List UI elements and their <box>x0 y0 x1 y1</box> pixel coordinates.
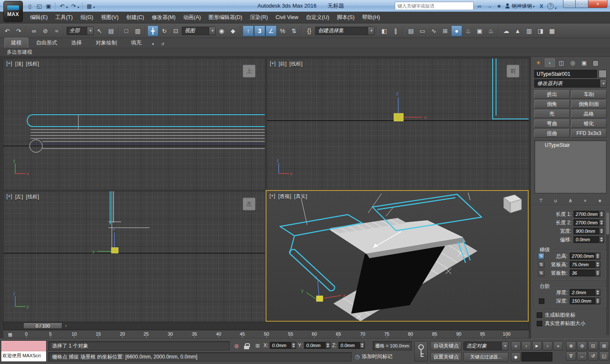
length1-field[interactable]: 2700.0mm <box>574 211 604 218</box>
spinner-icon[interactable] <box>595 298 600 304</box>
transform-gizmo[interactable]: x y z <box>301 275 346 301</box>
curve-editor-icon[interactable]: ∿ <box>428 25 439 36</box>
tab-display-icon[interactable]: ▣ <box>579 58 589 67</box>
absolute-mode-icon[interactable]: ⊞ <box>253 342 262 350</box>
width-field[interactable]: 900.0mm <box>574 228 604 234</box>
depth-checkbox[interactable] <box>539 298 544 304</box>
viewport-shading-button[interactable]: [真实] <box>294 193 307 200</box>
search-input[interactable] <box>397 3 471 8</box>
viewport-shading-button[interactable]: [线框] <box>26 193 39 201</box>
modifier-stack[interactable]: UTypeStair <box>534 140 607 193</box>
select-and-place-icon[interactable]: ↑ <box>243 25 254 36</box>
set-key-button[interactable]: 设置关键点 <box>430 352 462 361</box>
pin-stack-icon[interactable]: ⊤ <box>537 197 545 204</box>
key-mode-toggle-icon[interactable]: ◆ <box>511 352 521 361</box>
tab-modify-icon[interactable]: ◗ <box>545 58 555 67</box>
menu-scripting[interactable]: 脚本(S) <box>333 12 358 23</box>
spinner-icon[interactable] <box>599 228 604 234</box>
mini-curve-editor-icon[interactable]: ▦ <box>6 331 14 338</box>
render-setup-icon[interactable]: ♨ <box>463 25 474 36</box>
render-production-icon[interactable]: ♨ <box>485 25 496 36</box>
listener-macro-line[interactable] <box>1 341 46 351</box>
stack-item-utypestair[interactable]: UTypeStair <box>535 141 605 149</box>
selection-filter-dropdown[interactable]: 全部 ▾ <box>67 27 94 35</box>
scrollbar-thumb[interactable] <box>606 212 609 234</box>
use-pivot-center-icon[interactable]: ◉ <box>216 25 227 36</box>
spinner-icon[interactable] <box>599 237 604 243</box>
select-by-name-icon[interactable]: ▤ <box>105 25 116 36</box>
listener-script-line[interactable]: 欢迎使用 MAXScri <box>1 351 46 362</box>
modifier-bevel-button[interactable]: 倒角 <box>534 100 570 108</box>
menu-group[interactable]: 组(G) <box>77 12 97 23</box>
spinner-icon[interactable] <box>595 262 600 267</box>
modifier-lathe-button[interactable]: 车削 <box>571 90 607 99</box>
spinner-icon[interactable] <box>360 342 364 348</box>
modifier-bend-button[interactable]: 弯曲 <box>534 119 570 128</box>
previous-frame-icon[interactable]: ‹ <box>521 341 531 350</box>
next-frame-nub-icon[interactable]: › <box>63 323 69 329</box>
maximize-viewport-icon[interactable]: ◱ <box>599 351 609 361</box>
select-and-rotate-icon[interactable]: ↻ <box>159 25 170 36</box>
modifier-extrude-button[interactable]: 挤出 <box>534 90 570 99</box>
ribbon-cycle-icon[interactable]: ↺ <box>158 40 168 48</box>
chevron-down-icon[interactable]: ▾ <box>93 6 95 9</box>
viewport-pov-button[interactable]: [顶] <box>15 61 23 68</box>
spinner-icon[interactable] <box>325 342 330 348</box>
riser-height-field[interactable]: 75.0mm <box>570 261 600 268</box>
ribbon-tab-freeform[interactable]: 自由形式 <box>30 38 64 48</box>
next-frame-icon[interactable]: › <box>543 341 552 350</box>
ribbon-tab-modeling[interactable]: 建模 <box>4 38 28 48</box>
menu-views[interactable]: 视图(V) <box>97 12 122 23</box>
riser-lock-icon[interactable]: ⇅ <box>538 270 544 276</box>
length2-field[interactable]: 2700.0mm <box>574 219 604 226</box>
maxscript-mini-listener[interactable]: 欢迎使用 MAXScri <box>1 340 47 362</box>
select-and-scale-icon[interactable]: ⊡ <box>170 25 181 36</box>
ribbon-panel-strip[interactable]: 多边形建模 <box>0 48 610 57</box>
time-slider-handle[interactable]: 0 / 100 <box>23 323 62 329</box>
viewcube-3d[interactable] <box>504 195 521 213</box>
schematic-view-icon[interactable]: ⊞ <box>440 25 451 36</box>
y-field[interactable]: 0.0mm <box>304 342 330 349</box>
percent-snap-icon[interactable]: % <box>277 25 288 36</box>
tab-utilities-icon[interactable]: ▨ <box>591 58 601 67</box>
menu-graph-editors[interactable]: 图形编辑器(D) <box>205 12 246 23</box>
go-to-start-icon[interactable]: « <box>511 341 521 350</box>
ribbon-options-icon[interactable]: ▾ <box>149 40 157 48</box>
ribbon-toggle-icon[interactable]: ▭ <box>417 25 428 36</box>
save-file-icon[interactable]: ▣ <box>44 1 53 11</box>
minimize-button[interactable]: — <box>563 0 576 8</box>
viewport-top[interactable]: y x [+] [顶] [线框] 上 <box>3 58 265 190</box>
viewport-pov-button[interactable]: [透视] <box>278 193 291 200</box>
remove-modifier-icon[interactable]: × <box>581 197 589 204</box>
menu-modifiers[interactable]: 修改器(M) <box>148 12 179 23</box>
help-icon[interactable]: ? <box>547 3 554 9</box>
chevron-down-icon[interactable]: ▾ <box>555 6 557 10</box>
material-editor-icon[interactable]: ● <box>451 25 462 36</box>
object-name-field[interactable]: UTypeStair001 <box>534 70 597 78</box>
zoom-all-icon[interactable]: ⊚ <box>577 341 587 350</box>
current-frame-field[interactable] <box>521 352 552 361</box>
orbit-icon[interactable]: ↺ <box>588 351 598 361</box>
modifier-shell-button[interactable]: 壳 <box>534 110 570 118</box>
viewcube[interactable]: 上 <box>243 65 255 77</box>
unlink-selection-icon[interactable]: ⊘ <box>40 25 51 36</box>
configure-modifier-sets-icon[interactable]: ∗ <box>596 197 604 204</box>
transform-gizmo[interactable]: z y <box>92 226 118 254</box>
favorites-icon[interactable]: ★ <box>495 2 503 10</box>
modifier-lattice-button[interactable]: 晶格 <box>571 110 607 118</box>
ribbon-tab-populate[interactable]: 填充 <box>125 38 148 48</box>
sign-in-icon[interactable]: → <box>485 2 493 10</box>
ribbon-tab-object-paint[interactable]: 对象绘制 <box>89 38 123 48</box>
rendered-frame-window-icon[interactable]: ▣ <box>474 25 485 36</box>
viewport-menu-button[interactable]: [+] <box>270 61 276 68</box>
search-icon[interactable]: ∞ <box>476 2 483 10</box>
viewport-pov-button[interactable]: [前] <box>279 61 287 68</box>
offset-field[interactable]: 0.0mm <box>574 236 604 243</box>
spinner-icon[interactable] <box>595 253 600 259</box>
transform-gizmo[interactable]: x z <box>394 91 427 121</box>
menu-help[interactable]: 帮助(H) <box>358 12 384 23</box>
menu-civil-view[interactable]: Civil View <box>272 12 302 22</box>
time-tag[interactable]: ◷ 添加时间标记 <box>355 353 392 360</box>
object-color-swatch[interactable] <box>599 70 607 78</box>
set-keys-button[interactable] <box>414 341 428 361</box>
